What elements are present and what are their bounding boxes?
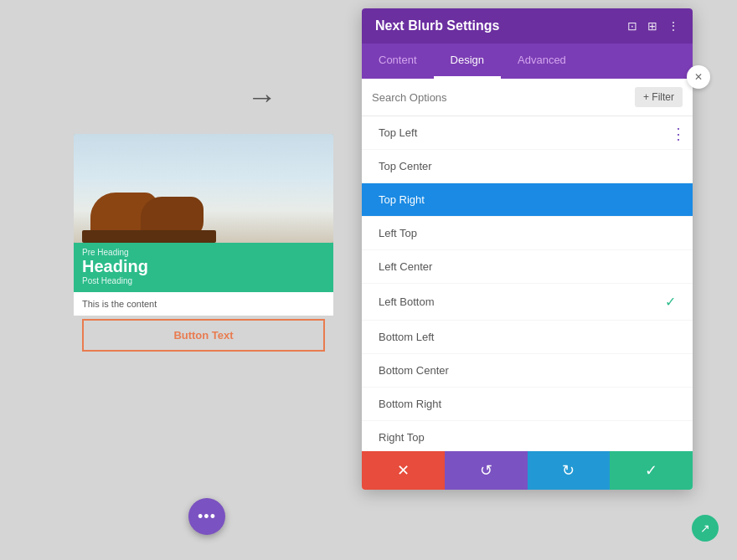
redo-button[interactable]: ↻ [528, 451, 611, 490]
panel-title: Next Blurb Settings [375, 18, 499, 33]
blurb-pre-heading: Pre Heading [82, 248, 325, 257]
fab-dots-icon: ••• [198, 508, 216, 526]
save-button[interactable]: ✓ [610, 451, 693, 490]
undo-button[interactable]: ↺ [445, 451, 528, 490]
redo-icon: ↻ [562, 461, 575, 480]
option-left-bottom[interactable]: Left Bottom ✓ [362, 284, 693, 321]
settings-panel: Next Blurb Settings ⊡ ⊞ ⋮ Content Design… [362, 8, 693, 490]
option-top-left[interactable]: Top Left ✓ [362, 116, 693, 150]
tab-advanced[interactable]: Advanced [501, 44, 583, 79]
arrow-icon: ↗ [700, 521, 710, 535]
tab-design[interactable]: Design [434, 44, 501, 79]
panel-icon-columns[interactable]: ⊞ [647, 19, 657, 33]
blurb-image [74, 134, 333, 243]
blurb-body-text: This is the content [74, 292, 333, 316]
panel-header: Next Blurb Settings ⊡ ⊞ ⋮ [362, 8, 693, 44]
close-icon: ✕ [694, 71, 703, 83]
panel-footer: ✕ ↺ ↻ ✓ [362, 451, 693, 490]
check-icon: ✓ [665, 294, 676, 310]
option-right-top[interactable]: Right Top ✓ [362, 421, 693, 451]
cancel-button[interactable]: ✕ [362, 451, 445, 490]
tab-content[interactable]: Content [362, 44, 434, 79]
option-top-center[interactable]: Top Center ✓ [362, 150, 693, 183]
option-bottom-center[interactable]: Bottom Center ✓ [362, 354, 693, 388]
panel-icon-screen[interactable]: ⊡ [627, 19, 637, 33]
panel-header-icons: ⊡ ⊞ ⋮ [627, 19, 679, 33]
cancel-icon: ✕ [397, 461, 410, 480]
scroll-indicator: ⋮ [671, 125, 686, 143]
option-bottom-right[interactable]: Bottom Right ✓ [362, 388, 693, 421]
arrow-indicator: → [247, 80, 277, 115]
blurb-heading-block: Pre Heading Heading Post Heading [74, 243, 333, 292]
option-top-right[interactable]: Top Right ✓ [362, 183, 693, 217]
blurb-heading: Heading [82, 257, 325, 276]
save-icon: ✓ [645, 461, 657, 480]
panel-tabs: Content Design Advanced [362, 44, 693, 79]
options-list: ⋮ Top Left ✓ Top Center ✓ Top Right ✓ Le… [362, 116, 693, 451]
panel-close-button[interactable]: ✕ [687, 65, 710, 89]
search-input[interactable] [372, 91, 628, 104]
fab-menu-button[interactable]: ••• [188, 498, 225, 535]
search-bar: + Filter [362, 79, 693, 116]
filter-button[interactable]: + Filter [635, 87, 683, 107]
blurb-button[interactable]: Button Text [82, 319, 325, 352]
option-left-top[interactable]: Left Top ✓ [362, 217, 693, 250]
option-bottom-left[interactable]: Bottom Left ✓ [362, 321, 693, 354]
bottom-right-action-button[interactable]: ↗ [692, 515, 719, 542]
blurb-widget-preview: Pre Heading Heading Post Heading This is… [74, 134, 333, 358]
undo-icon: ↺ [480, 461, 492, 480]
blurb-post-heading: Post Heading [82, 276, 325, 285]
panel-icon-more[interactable]: ⋮ [667, 19, 679, 33]
option-left-center[interactable]: Left Center ✓ [362, 250, 693, 284]
